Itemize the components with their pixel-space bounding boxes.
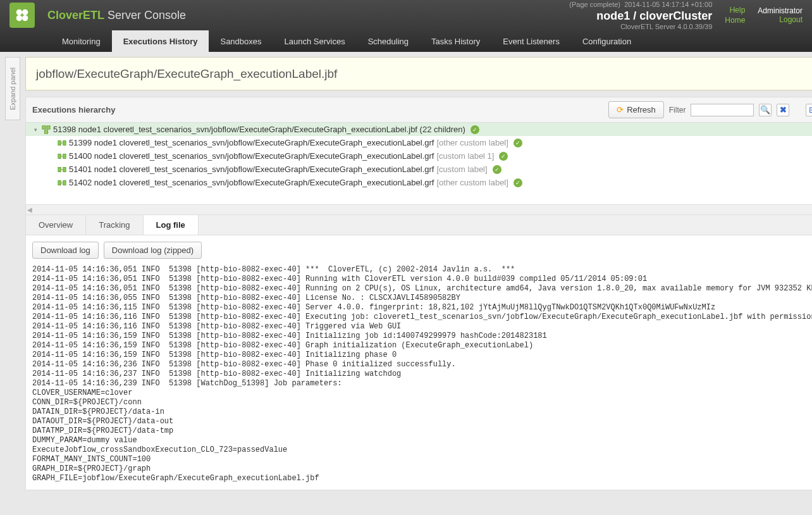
tree-row[interactable]: 51402 node1 cloveretl_test_scenarios_svn…	[26, 176, 812, 189]
nav-item-executions-history[interactable]: Executions History	[112, 30, 209, 52]
tree-row-extra: [custom label 1]	[436, 151, 494, 161]
tree-row[interactable]: 51399 node1 cloveretl_test_scenarios_svn…	[26, 136, 812, 149]
jobflow-icon	[42, 125, 51, 134]
nav-item-tasks-history[interactable]: Tasks History	[420, 30, 491, 52]
nav-item-monitoring[interactable]: Monitoring	[51, 30, 112, 52]
log-file-panel: Download log Download log (zipped) 2014-…	[25, 235, 812, 490]
status-ok-icon: ✓	[514, 139, 522, 147]
tree-row-text: 51400 node1 cloveretl_test_scenarios_svn…	[69, 151, 434, 161]
main-nav: MonitoringExecutions HistorySandboxesLau…	[0, 30, 812, 52]
svg-point-3	[22, 15, 28, 21]
tab-log-file[interactable]: Log file	[144, 215, 199, 235]
clover-icon	[13, 6, 31, 24]
graph-icon	[58, 139, 66, 147]
svg-rect-5	[47, 125, 50, 128]
tree-row[interactable]: 51400 node1 cloveretl_test_scenarios_svn…	[26, 149, 812, 163]
graph-icon	[58, 152, 66, 161]
node-name: node1 / cloverCluster	[569, 9, 712, 23]
search-icon: 🔍	[760, 105, 770, 115]
tab-overview[interactable]: Overview	[26, 215, 86, 235]
tree-hscroll[interactable]: ◀▶	[25, 205, 812, 215]
status-ok-icon: ✓	[493, 165, 501, 174]
executions-tree[interactable]: ▾ 51398 node1 cloveretl_test_scenarios_s…	[25, 123, 812, 205]
header-info: (Page complete) 2014-11-05 14:17:14 +01:…	[569, 1, 712, 30]
tree-row-text: 51402 node1 cloveretl_test_scenarios_svn…	[69, 178, 434, 187]
svg-point-1	[22, 9, 28, 15]
hierarchy-label: Executions hierarchy	[32, 105, 116, 115]
nav-item-sandboxes[interactable]: Sandboxes	[209, 30, 273, 52]
status-ok-icon: ✓	[499, 152, 508, 161]
detail-title: jobflow/ExecuteGraph/ExecuteGraph_execut…	[36, 67, 337, 81]
download-log-zipped-button[interactable]: Download log (zipped)	[104, 242, 202, 259]
svg-rect-4	[42, 125, 46, 128]
tree-row[interactable]: 51401 node1 cloveretl_test_scenarios_svn…	[26, 163, 812, 176]
svg-point-2	[16, 15, 22, 21]
log-content: 2014-11-05 14:16:36,051 INFO 51398 [http…	[32, 265, 812, 483]
logo[interactable]	[9, 3, 35, 28]
clear-filter-button[interactable]: ✖	[777, 104, 789, 116]
tree-row-extra: [other custom label]	[436, 138, 508, 147]
user-label: Administrator	[758, 6, 803, 15]
expand-all-button[interactable]: ⊞	[806, 104, 812, 116]
tree-row-extra: [custom label]	[436, 164, 487, 174]
svg-rect-10	[58, 154, 61, 158]
search-button[interactable]: 🔍	[759, 104, 772, 116]
tree-row-text: 51399 node1 cloveretl_test_scenarios_svn…	[69, 138, 434, 147]
svg-rect-14	[63, 167, 66, 171]
nav-item-launch-services[interactable]: Launch Services	[273, 30, 357, 52]
svg-rect-8	[63, 140, 66, 145]
brand-title: CloverETL Server Console	[47, 9, 186, 22]
home-link[interactable]: Home	[725, 16, 745, 25]
tree-root-text: 51398 node1 cloveretl_test_scenarios_svn…	[53, 125, 465, 134]
detail-header: jobflow/ExecuteGraph/ExecuteGraph_execut…	[25, 57, 812, 90]
header-links: Help Home	[725, 4, 745, 26]
help-link[interactable]: Help	[725, 6, 745, 15]
expand-panel-toggle[interactable]: Expand panel	[5, 57, 20, 120]
nav-item-scheduling[interactable]: Scheduling	[357, 30, 420, 52]
status-ok-icon: ✓	[471, 125, 479, 134]
logout-link[interactable]: Logout	[758, 15, 803, 24]
svg-rect-16	[58, 180, 61, 185]
filter-label: Filter	[669, 106, 686, 115]
refresh-button[interactable]: ⟳ Refresh	[608, 101, 664, 118]
refresh-icon: ⟳	[617, 105, 624, 115]
header: CloverETL Server Console (Page complete)…	[0, 0, 812, 30]
filter-input[interactable]	[691, 104, 754, 116]
tree-row-text: 51401 node1 cloveretl_test_scenarios_svn…	[69, 164, 434, 174]
nav-item-configuration[interactable]: Configuration	[571, 30, 643, 52]
svg-rect-6	[44, 130, 47, 133]
plus-icon: ⊞	[809, 105, 812, 115]
nav-item-event-listeners[interactable]: Event Listeners	[491, 30, 571, 52]
graph-icon	[58, 165, 66, 174]
tree-root-row[interactable]: ▾ 51398 node1 cloveretl_test_scenarios_s…	[26, 123, 812, 136]
x-icon: ✖	[780, 105, 787, 115]
hierarchy-toolbar: Executions hierarchy ⟳ Refresh Filter 🔍 …	[25, 97, 812, 123]
detail-tabs: OverviewTrackingLog file	[25, 215, 812, 235]
status-ok-icon: ✓	[514, 178, 522, 187]
header-user: Administrator Logout	[758, 6, 803, 24]
graph-icon	[58, 178, 66, 187]
svg-rect-7	[58, 140, 61, 145]
svg-rect-11	[63, 154, 66, 158]
svg-point-0	[16, 9, 22, 15]
collapse-toggle-icon[interactable]: ▾	[32, 127, 39, 133]
tree-row-extra: [other custom label]	[436, 178, 508, 187]
svg-rect-13	[58, 167, 61, 171]
svg-rect-17	[63, 180, 66, 185]
tab-tracking[interactable]: Tracking	[86, 215, 143, 235]
download-log-button[interactable]: Download log	[32, 242, 99, 259]
